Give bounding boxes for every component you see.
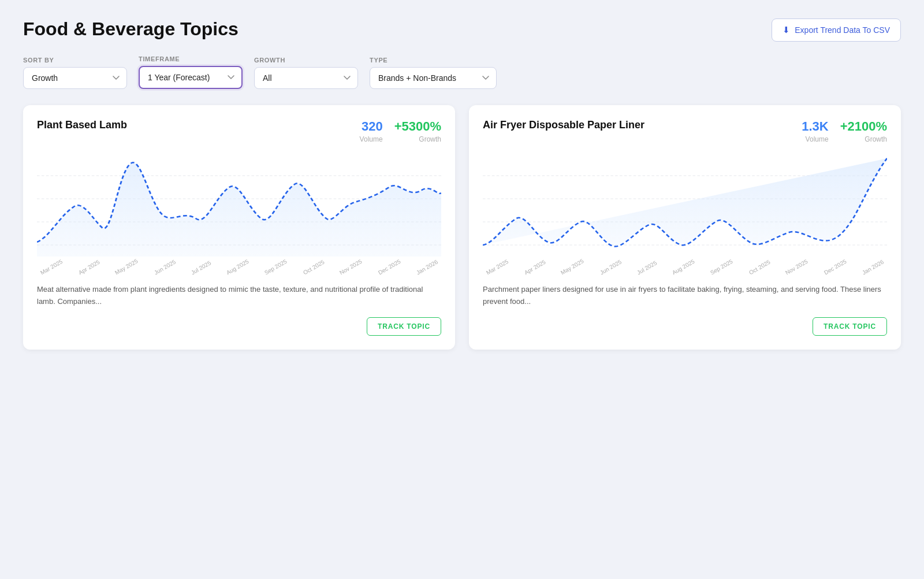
timeframe-select[interactable]: 1 Year (Forecast) 6 Months 3 Months 1 Mo… — [139, 66, 243, 89]
download-icon: ⬇ — [783, 25, 790, 35]
card-1-title: Plant Based Lamb — [37, 119, 127, 131]
card-2-growth-label: Growth — [840, 135, 887, 143]
card-2-growth: +2100% Growth — [840, 119, 887, 143]
card-2-chart — [483, 153, 887, 268]
topic-card-2: Air Fryer Disposable Paper Liner 1.3K Vo… — [469, 105, 901, 350]
card-2-description: Parchment paper liners designed for use … — [483, 284, 887, 308]
card-1-growth-value: +5300% — [394, 119, 441, 134]
timeframe-filter: TIMEFRAME 1 Year (Forecast) 6 Months 3 M… — [139, 55, 243, 89]
page-header: Food & Beverage Topics ⬇ Export Trend Da… — [23, 18, 901, 42]
card-1-volume-label: Volume — [360, 135, 383, 143]
card-1-svg — [37, 153, 441, 268]
type-select[interactable]: Brands + Non-Brands Brands Only Non-Bran… — [370, 67, 497, 89]
card-2-volume: 1.3K Volume — [802, 119, 828, 143]
card-1-description: Meat alternative made from plant ingredi… — [37, 284, 441, 308]
topic-card-1: Plant Based Lamb 320 Volume +5300% Growt… — [23, 105, 455, 350]
card-1-growth: +5300% Growth — [394, 119, 441, 143]
type-label: TYPE — [370, 57, 497, 64]
cards-grid: Plant Based Lamb 320 Volume +5300% Growt… — [23, 105, 901, 350]
card-2-svg — [483, 153, 887, 268]
sort-by-filter: SORT BY Growth Volume Trending — [23, 57, 127, 89]
card-2-metrics: 1.3K Volume +2100% Growth — [802, 119, 887, 143]
card-2-x-axis: Mar 2025 Apr 2025 May 2025 Jun 2025 Jul … — [483, 270, 887, 277]
card-1-chart — [37, 153, 441, 268]
growth-label: GROWTH — [254, 57, 358, 64]
export-button[interactable]: ⬇ Export Trend Data To CSV — [772, 18, 901, 42]
card-2-track-button[interactable]: TRACK TOPIC — [813, 317, 887, 336]
card-1-footer: TRACK TOPIC — [37, 317, 441, 336]
type-filter: TYPE Brands + Non-Brands Brands Only Non… — [370, 57, 497, 89]
card-2-footer: TRACK TOPIC — [483, 317, 887, 336]
card-2-volume-value: 1.3K — [802, 119, 828, 134]
page-title: Food & Beverage Topics — [23, 18, 239, 40]
card-1-x-axis: Mar 2025 Apr 2025 May 2025 Jun 2025 Jul … — [37, 270, 441, 277]
growth-select[interactable]: All Positive Negative — [254, 67, 358, 89]
card-2-title: Air Fryer Disposable Paper Liner — [483, 119, 644, 131]
growth-filter: GROWTH All Positive Negative — [254, 57, 358, 89]
filters-bar: SORT BY Growth Volume Trending TIMEFRAME… — [23, 55, 901, 89]
card-2-growth-value: +2100% — [840, 119, 887, 134]
card-2-volume-label: Volume — [802, 135, 828, 143]
card-2-header: Air Fryer Disposable Paper Liner 1.3K Vo… — [483, 119, 887, 143]
card-1-metrics: 320 Volume +5300% Growth — [360, 119, 441, 143]
card-1-track-button[interactable]: TRACK TOPIC — [367, 317, 441, 336]
sort-by-select[interactable]: Growth Volume Trending — [23, 67, 127, 89]
card-1-volume: 320 Volume — [360, 119, 383, 143]
card-1-growth-label: Growth — [394, 135, 441, 143]
card-1-header: Plant Based Lamb 320 Volume +5300% Growt… — [37, 119, 441, 143]
card-1-volume-value: 320 — [360, 119, 383, 134]
timeframe-label: TIMEFRAME — [139, 55, 243, 62]
sort-by-label: SORT BY — [23, 57, 127, 64]
